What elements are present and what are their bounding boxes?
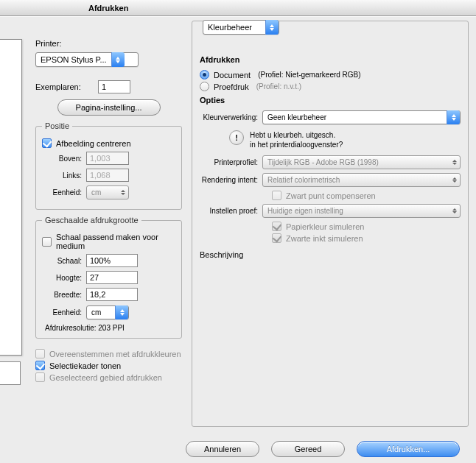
blackpoint-checkbox — [272, 191, 281, 200]
description-title: Beschrijving — [200, 250, 461, 259]
simulate-paper-label: Papierkleur simuleren — [286, 222, 364, 231]
color-handling-select[interactable]: Geen kleurbeheer — [262, 110, 461, 124]
pos-unit-label: Eenheid: — [42, 188, 86, 197]
print-button[interactable]: Afdrukken... — [357, 441, 460, 457]
panel-tab-select[interactable]: Kleurbeheer — [203, 20, 279, 35]
options-title: Opties — [200, 96, 461, 105]
height-input[interactable] — [86, 271, 138, 284]
printer-label: Printer: — [35, 39, 98, 48]
position-legend: Positie — [42, 121, 72, 130]
width-label: Breedte: — [42, 291, 86, 299]
proof-label: Proefdruk — [214, 82, 249, 91]
document-profile: (Profiel: Niet-gemarkeerd RGB) — [258, 71, 360, 79]
page-setup-button[interactable]: Pagina-instelling... — [57, 99, 161, 116]
fit-media-label: Schaal passend maken voor medium — [56, 233, 175, 250]
position-group: Positie Afbeelding centreren Boven: Link… — [35, 121, 182, 210]
done-button[interactable]: Gereed — [271, 441, 345, 457]
scaled-group: Geschaalde afdrukgrootte Schaal passend … — [35, 216, 182, 339]
show-bbox-checkbox[interactable] — [35, 361, 45, 370]
proof-radio[interactable] — [200, 82, 209, 91]
document-label: Document — [214, 71, 251, 79]
dropdown-icon — [115, 305, 128, 319]
print-selection-checkbox — [35, 372, 45, 382]
rendering-label: Rendering intent: — [200, 176, 262, 184]
printer-profile-select: Tijdelijk RGB - Adobe RGB (1998) — [262, 155, 461, 169]
window-titlebar: Afdrukken — [0, 0, 476, 16]
copies-input[interactable] — [98, 80, 130, 93]
proof-profile: (Profiel: n.v.t.) — [256, 82, 302, 91]
printer-value: EPSON Stylus P... — [41, 55, 111, 64]
pos-unit-select: cm — [86, 185, 129, 199]
match-colors-label: Overeenstemmen met afdrukkleuren — [49, 350, 181, 358]
cancel-button[interactable]: Annuleren — [186, 441, 259, 457]
scale-label: Schaal: — [42, 257, 86, 265]
fit-media-checkbox[interactable] — [42, 237, 52, 247]
copies-label: Exemplaren: — [35, 82, 98, 91]
proof-setup-label: Instellen proef: — [200, 207, 262, 215]
color-management-panel: Kleurbeheer Afdrukken Document (Profiel:… — [192, 21, 469, 427]
rendering-select: Relatief colorimetrisch — [262, 173, 461, 187]
warning-icon: ! — [229, 130, 244, 145]
color-handling-label: Kleurverwerking: — [200, 113, 262, 121]
simulate-black-label: Zwarte inkt simuleren — [286, 234, 363, 243]
blackpoint-label: Zwart punt compenseren — [286, 191, 376, 200]
width-input[interactable] — [86, 288, 138, 301]
dialog-button-bar: Annuleren Gereed Afdrukken... — [0, 435, 476, 463]
page-preview — [0, 39, 22, 434]
height-label: Hoogte: — [42, 274, 86, 282]
left-label: Links: — [42, 172, 86, 180]
center-image-label: Afbeelding centreren — [56, 139, 131, 148]
print-section-title: Afdrukken — [200, 55, 461, 64]
window-title: Afdrukken — [88, 4, 128, 13]
simulate-paper-checkbox — [272, 222, 281, 231]
proof-setup-select: Huidige eigen instelling — [262, 204, 461, 218]
printer-select[interactable]: EPSON Stylus P... — [35, 52, 139, 67]
scaled-unit-select[interactable]: cm — [86, 305, 129, 319]
dropdown-icon — [265, 20, 279, 35]
match-colors-checkbox — [35, 349, 45, 358]
top-input — [86, 152, 129, 165]
simulate-black-checkbox — [272, 233, 281, 243]
scaled-unit-label: Eenheid: — [42, 308, 86, 317]
print-selection-label: Geselecteerd gebied afdrukken — [49, 373, 162, 382]
scaled-legend: Geschaalde afdrukgrootte — [42, 216, 141, 225]
document-radio[interactable] — [200, 70, 209, 79]
scale-input[interactable] — [86, 254, 138, 267]
left-input — [86, 169, 129, 182]
top-label: Boven: — [42, 155, 86, 163]
dropdown-icon — [447, 110, 460, 124]
preview-thumb — [0, 361, 21, 385]
printer-profile-label: Printerprofiel: — [200, 158, 262, 166]
resolution-text: Afdrukresolutie: 203 PPI — [45, 324, 175, 332]
show-bbox-label: Selectiekader tonen — [49, 361, 121, 370]
center-image-checkbox[interactable] — [42, 138, 52, 148]
warning-text: Hebt u kleurbeh. uitgesch. in het printe… — [250, 130, 343, 149]
dropdown-icon — [111, 52, 125, 67]
preview-page — [0, 39, 22, 356]
